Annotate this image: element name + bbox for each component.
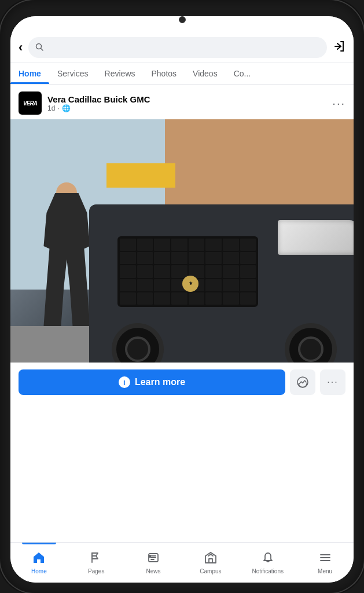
post-header: VERA Vera Cadillac Buick GMC 1d · 🌐 ··· [10,85,354,119]
car-image: ⚜ [10,119,354,363]
post-actions: i Learn more ··· [10,363,354,402]
learn-more-button[interactable]: i Learn more [19,369,285,395]
person-body [38,193,95,326]
post-meta: Vera Cadillac Buick GMC 1d · 🌐 [47,94,150,112]
nav-news-label: News [146,568,161,574]
car-grille [117,236,258,308]
more-actions-button[interactable]: ··· [320,369,345,395]
page-content: VERA Vera Cadillac Buick GMC 1d · 🌐 ··· [10,85,354,542]
car-body: ⚜ [89,204,354,363]
phone-camera [179,16,186,23]
nav-notifications-label: Notifications [252,568,283,574]
flag-icon [90,551,102,566]
tab-reviews[interactable]: Reviews [97,63,144,84]
svg-line-1 [41,48,43,50]
awning [106,163,175,188]
tab-community[interactable]: Co... [226,63,259,84]
back-button[interactable]: ‹ [19,40,23,55]
nav-menu-label: Menu [318,568,332,574]
bell-icon [262,551,274,566]
phone-screen: ‹ Home [10,16,354,583]
car-wheel-right [285,323,337,363]
nav-pages[interactable]: Pages [68,543,125,583]
nav-pages-label: Pages [88,568,104,574]
newspaper-icon [147,551,160,566]
search-bar[interactable] [28,37,327,58]
car-headlight [278,220,354,255]
nav-news[interactable]: News [125,543,182,583]
nav-campus[interactable]: Campus [182,543,239,583]
nav-home[interactable]: Home [10,543,68,583]
tab-home[interactable]: Home [10,63,49,84]
page-tabs: Home Services Reviews Photos Videos Co..… [10,63,354,85]
bottom-nav: Home Pages [10,542,354,583]
car-image-scene: ⚜ [10,119,354,363]
more-icon: ··· [327,377,338,387]
brand-logo: VERA [19,91,42,115]
info-icon: i [119,376,130,388]
home-icon [32,551,46,566]
search-icon [35,43,43,53]
campus-icon [204,551,217,566]
car-wheel-left [112,323,164,363]
post-more-button[interactable]: ··· [332,97,345,110]
post-time: 1d · 🌐 [47,104,150,112]
car-badge: ⚜ [182,276,198,292]
menu-icon [319,551,332,566]
nav-home-label: Home [31,568,47,574]
nav-menu[interactable]: Menu [296,543,354,583]
svg-rect-7 [149,555,151,558]
tab-photos[interactable]: Photos [144,63,185,84]
share-button[interactable] [333,40,345,56]
phone-frame: ‹ Home [0,0,364,593]
nav-notifications[interactable]: Notifications [239,543,296,583]
browser-bar: ‹ [10,32,354,63]
person-silhouette [38,193,95,326]
car-main: ⚜ [89,204,354,363]
tab-services[interactable]: Services [49,63,97,84]
globe-icon: 🌐 [62,104,71,112]
nav-campus-label: Campus [200,568,221,574]
messenger-icon [296,376,309,389]
page-name: Vera Cadillac Buick GMC [47,94,150,104]
post-author: VERA Vera Cadillac Buick GMC 1d · 🌐 [19,91,150,115]
tab-videos[interactable]: Videos [185,63,226,84]
messenger-button[interactable] [290,369,315,395]
